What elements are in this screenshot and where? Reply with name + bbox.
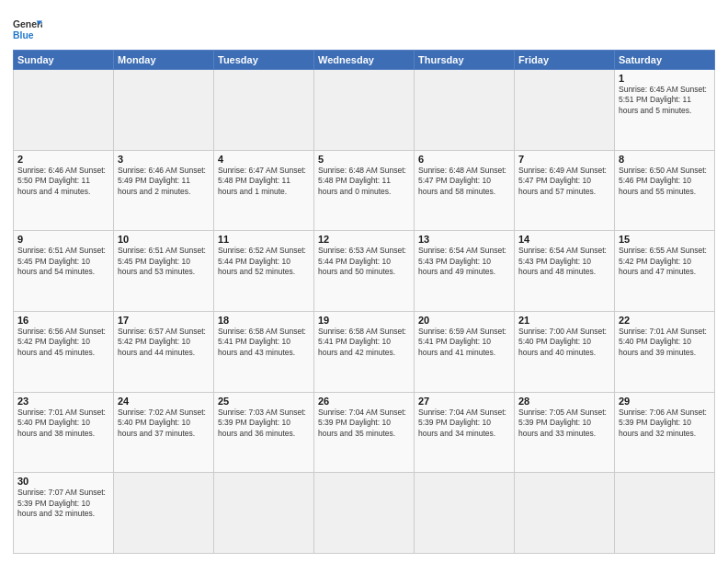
day-number: 17 — [118, 315, 210, 326]
weekday-header-wednesday: Wednesday — [314, 51, 415, 70]
day-info: Sunrise: 6:51 AM Sunset: 5:45 PM Dayligh… — [17, 246, 109, 277]
calendar-cell: 27Sunrise: 7:04 AM Sunset: 5:39 PM Dayli… — [415, 392, 515, 473]
day-number: 16 — [17, 315, 109, 326]
logo: General Blue — [13, 15, 42, 44]
day-number: 2 — [17, 154, 109, 165]
day-number: 10 — [118, 234, 210, 245]
day-number: 27 — [418, 396, 510, 407]
week-row-0: 1Sunrise: 6:45 AM Sunset: 5:51 PM Daylig… — [14, 70, 715, 151]
calendar-cell: 12Sunrise: 6:53 AM Sunset: 5:44 PM Dayli… — [314, 231, 415, 312]
day-info: Sunrise: 6:51 AM Sunset: 5:45 PM Dayligh… — [118, 246, 210, 277]
day-info: Sunrise: 7:01 AM Sunset: 5:40 PM Dayligh… — [619, 327, 711, 358]
day-info: Sunrise: 7:04 AM Sunset: 5:39 PM Dayligh… — [418, 408, 510, 439]
day-number: 18 — [218, 315, 310, 326]
calendar-cell — [515, 70, 615, 151]
calendar-cell — [214, 473, 314, 554]
calendar-cell: 7Sunrise: 6:49 AM Sunset: 5:47 PM Daylig… — [515, 150, 615, 231]
day-number: 4 — [218, 154, 310, 165]
day-info: Sunrise: 7:00 AM Sunset: 5:40 PM Dayligh… — [518, 327, 610, 358]
day-number: 3 — [118, 154, 210, 165]
calendar-table: SundayMondayTuesdayWednesdayThursdayFrid… — [13, 50, 715, 554]
calendar-cell — [515, 473, 615, 554]
calendar-cell: 5Sunrise: 6:48 AM Sunset: 5:48 PM Daylig… — [314, 150, 415, 231]
day-number: 15 — [619, 234, 711, 245]
day-info: Sunrise: 6:47 AM Sunset: 5:48 PM Dayligh… — [218, 166, 310, 197]
calendar-cell: 6Sunrise: 6:48 AM Sunset: 5:47 PM Daylig… — [415, 150, 515, 231]
day-number: 1 — [619, 73, 711, 84]
day-number: 20 — [418, 315, 510, 326]
day-number: 7 — [518, 154, 610, 165]
day-info: Sunrise: 6:45 AM Sunset: 5:51 PM Dayligh… — [619, 85, 711, 116]
weekday-header-thursday: Thursday — [415, 51, 515, 70]
day-info: Sunrise: 7:07 AM Sunset: 5:39 PM Dayligh… — [17, 488, 109, 519]
day-info: Sunrise: 6:59 AM Sunset: 5:41 PM Dayligh… — [418, 327, 510, 358]
weekday-header-saturday: Saturday — [615, 51, 715, 70]
week-row-1: 2Sunrise: 6:46 AM Sunset: 5:50 PM Daylig… — [14, 150, 715, 231]
calendar-cell — [114, 473, 214, 554]
calendar-cell — [314, 473, 415, 554]
day-number: 21 — [518, 315, 610, 326]
day-info: Sunrise: 6:50 AM Sunset: 5:46 PM Dayligh… — [619, 166, 711, 197]
day-info: Sunrise: 6:53 AM Sunset: 5:44 PM Dayligh… — [318, 246, 410, 277]
day-info: Sunrise: 6:54 AM Sunset: 5:43 PM Dayligh… — [418, 246, 510, 277]
day-number: 22 — [619, 315, 711, 326]
day-info: Sunrise: 7:06 AM Sunset: 5:39 PM Dayligh… — [619, 408, 711, 439]
general-blue-logo-icon: General Blue — [13, 15, 42, 44]
day-info: Sunrise: 7:04 AM Sunset: 5:39 PM Dayligh… — [318, 408, 410, 439]
calendar-cell: 16Sunrise: 6:56 AM Sunset: 5:42 PM Dayli… — [14, 311, 114, 392]
calendar-cell: 23Sunrise: 7:01 AM Sunset: 5:40 PM Dayli… — [14, 392, 114, 473]
calendar-cell: 28Sunrise: 7:05 AM Sunset: 5:39 PM Dayli… — [515, 392, 615, 473]
day-number: 24 — [118, 396, 210, 407]
calendar-cell: 17Sunrise: 6:57 AM Sunset: 5:42 PM Dayli… — [114, 311, 214, 392]
day-info: Sunrise: 6:46 AM Sunset: 5:50 PM Dayligh… — [17, 166, 109, 197]
day-info: Sunrise: 6:57 AM Sunset: 5:42 PM Dayligh… — [118, 327, 210, 358]
day-number: 5 — [318, 154, 410, 165]
day-number: 8 — [619, 154, 711, 165]
calendar-cell: 21Sunrise: 7:00 AM Sunset: 5:40 PM Dayli… — [515, 311, 615, 392]
day-info: Sunrise: 6:55 AM Sunset: 5:42 PM Dayligh… — [619, 246, 711, 277]
calendar-cell: 30Sunrise: 7:07 AM Sunset: 5:39 PM Dayli… — [14, 473, 114, 554]
day-number: 26 — [318, 396, 410, 407]
calendar-cell: 20Sunrise: 6:59 AM Sunset: 5:41 PM Dayli… — [415, 311, 515, 392]
calendar-cell: 9Sunrise: 6:51 AM Sunset: 5:45 PM Daylig… — [14, 231, 114, 312]
day-info: Sunrise: 7:01 AM Sunset: 5:40 PM Dayligh… — [17, 408, 109, 439]
calendar-cell: 1Sunrise: 6:45 AM Sunset: 5:51 PM Daylig… — [615, 70, 715, 151]
calendar-cell: 14Sunrise: 6:54 AM Sunset: 5:43 PM Dayli… — [515, 231, 615, 312]
calendar-cell: 11Sunrise: 6:52 AM Sunset: 5:44 PM Dayli… — [214, 231, 314, 312]
weekday-header-monday: Monday — [114, 51, 214, 70]
day-number: 14 — [518, 234, 610, 245]
calendar-cell: 26Sunrise: 7:04 AM Sunset: 5:39 PM Dayli… — [314, 392, 415, 473]
day-info: Sunrise: 6:56 AM Sunset: 5:42 PM Dayligh… — [17, 327, 109, 358]
day-number: 25 — [218, 396, 310, 407]
day-info: Sunrise: 7:02 AM Sunset: 5:40 PM Dayligh… — [118, 408, 210, 439]
header: General Blue — [13, 11, 715, 44]
day-info: Sunrise: 6:48 AM Sunset: 5:48 PM Dayligh… — [318, 166, 410, 197]
day-info: Sunrise: 6:52 AM Sunset: 5:44 PM Dayligh… — [218, 246, 310, 277]
day-number: 11 — [218, 234, 310, 245]
weekday-header-sunday: Sunday — [14, 51, 114, 70]
weekday-header-row: SundayMondayTuesdayWednesdayThursdayFrid… — [14, 51, 715, 70]
week-row-2: 9Sunrise: 6:51 AM Sunset: 5:45 PM Daylig… — [14, 231, 715, 312]
day-number: 19 — [318, 315, 410, 326]
day-info: Sunrise: 6:46 AM Sunset: 5:49 PM Dayligh… — [118, 166, 210, 197]
day-info: Sunrise: 6:58 AM Sunset: 5:41 PM Dayligh… — [318, 327, 410, 358]
calendar-cell: 2Sunrise: 6:46 AM Sunset: 5:50 PM Daylig… — [14, 150, 114, 231]
calendar-cell — [14, 70, 114, 151]
day-info: Sunrise: 6:49 AM Sunset: 5:47 PM Dayligh… — [518, 166, 610, 197]
day-number: 9 — [17, 234, 109, 245]
calendar-cell — [314, 70, 415, 151]
calendar-cell: 15Sunrise: 6:55 AM Sunset: 5:42 PM Dayli… — [615, 231, 715, 312]
calendar-cell: 25Sunrise: 7:03 AM Sunset: 5:39 PM Dayli… — [214, 392, 314, 473]
day-info: Sunrise: 7:05 AM Sunset: 5:39 PM Dayligh… — [518, 408, 610, 439]
calendar-cell — [615, 473, 715, 554]
week-row-4: 23Sunrise: 7:01 AM Sunset: 5:40 PM Dayli… — [14, 392, 715, 473]
page: General Blue SundayMondayTuesdayWednesda… — [0, 0, 728, 563]
calendar-cell: 18Sunrise: 6:58 AM Sunset: 5:41 PM Dayli… — [214, 311, 314, 392]
calendar-cell: 8Sunrise: 6:50 AM Sunset: 5:46 PM Daylig… — [615, 150, 715, 231]
calendar-cell: 29Sunrise: 7:06 AM Sunset: 5:39 PM Dayli… — [615, 392, 715, 473]
day-number: 13 — [418, 234, 510, 245]
calendar-cell — [214, 70, 314, 151]
day-info: Sunrise: 7:03 AM Sunset: 5:39 PM Dayligh… — [218, 408, 310, 439]
calendar-cell — [415, 473, 515, 554]
day-info: Sunrise: 6:58 AM Sunset: 5:41 PM Dayligh… — [218, 327, 310, 358]
